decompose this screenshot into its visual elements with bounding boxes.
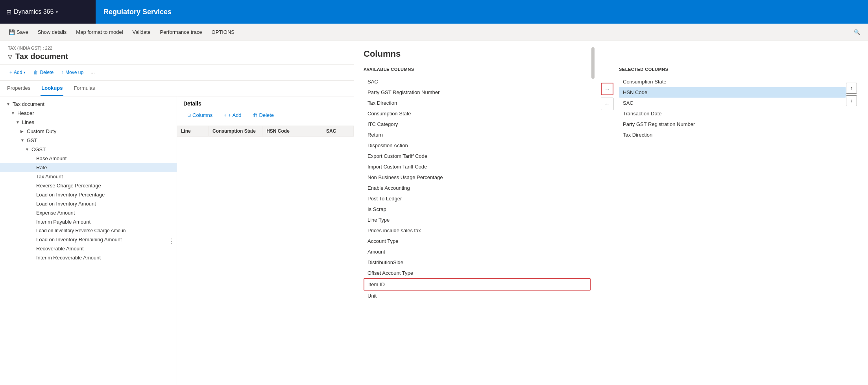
col-sel-consumption-state[interactable]: Consumption State [619, 76, 846, 87]
move-up-button[interactable]: ↑ Move up [58, 67, 87, 78]
col-item-sac-av[interactable]: SAC [364, 76, 591, 87]
tree-item-tax-document[interactable]: ▼ Tax document [0, 100, 177, 109]
col-item-import-tariff-av[interactable]: Import Custom Tariff Code [364, 161, 591, 172]
add-button[interactable]: + Add ▾ [6, 67, 29, 78]
tree-item-tax-amount[interactable]: Tax Amount [0, 172, 177, 181]
tree-label: Recoverable Amount [36, 246, 84, 252]
tree-item-interim-recoverable[interactable]: Interim Recoverable Amount [0, 253, 177, 262]
grid-header: Line Consumption State HSN Code SAC [177, 126, 354, 137]
tree-item-header[interactable]: ▼ Header [0, 109, 177, 118]
tabs-row: Properties Lookups Formulas [0, 81, 354, 96]
dynamics-brand[interactable]: ⊞ Dynamics 365 ▾ [0, 0, 96, 24]
save-button[interactable]: 💾 Save [5, 26, 32, 39]
col-item-itc-av[interactable]: ITC Category [364, 119, 591, 130]
search-icon[interactable]: 🔍 [851, 26, 863, 39]
tab-lookups[interactable]: Lookups [41, 81, 63, 96]
filter-icon[interactable]: ▽ [8, 54, 12, 60]
col-item-account-type-av[interactable]: Account Type [364, 236, 591, 246]
tree-item-interim-payable[interactable]: Interim Payable Amount [0, 217, 177, 226]
col-item-is-scrap-av[interactable]: Is Scrap [364, 204, 591, 215]
col-item-export-tariff-av[interactable]: Export Custom Tariff Code [364, 151, 591, 161]
col-item-label: Tax Direction [623, 132, 652, 138]
down-icon: ↓ [850, 98, 853, 104]
tree-item-base-amount[interactable]: Base Amount [0, 154, 177, 163]
tab-formulas[interactable]: Formulas [73, 81, 96, 96]
col-item-label: SAC [623, 100, 633, 106]
tree-item-load-inv-remaining[interactable]: Load on Inventory Remaining Amount [0, 235, 177, 244]
columns-button[interactable]: ⊞ Columns [183, 110, 216, 120]
validate-button[interactable]: Validate [129, 26, 155, 39]
col-item-consumption-state-av[interactable]: Consumption State [364, 108, 591, 119]
col-item-label: Party GST Registration Number [368, 89, 440, 95]
tree-item-expense-amount[interactable]: Expense Amount [0, 208, 177, 217]
col-item-label: Unit [368, 293, 377, 299]
col-line-label: Line [181, 128, 191, 134]
tree-item-load-inv-rc[interactable]: Load on Inventory Reverse Charge Amoun [0, 226, 177, 235]
tree-label: Expense Amount [36, 210, 75, 216]
col-item-return-av[interactable]: Return [364, 130, 591, 140]
col-hsn-label: HSN Code [266, 128, 290, 134]
map-format-button[interactable]: Map format to model [72, 26, 127, 39]
move-up-col-button[interactable]: ↑ [846, 83, 857, 94]
tree-item-gst[interactable]: ▼ GST [0, 136, 177, 145]
col-item-post-ledger-av[interactable]: Post To Ledger [364, 193, 591, 204]
move-down-col-button[interactable]: ↓ [846, 95, 857, 106]
col-item-label: Import Custom Tariff Code [368, 164, 427, 170]
col-item-party-gst-av[interactable]: Party GST Registration Number [364, 87, 591, 98]
move-up-icon: ↑ [61, 70, 64, 75]
col-sel-party-gst[interactable]: Party GST Registration Number [619, 119, 846, 130]
col-item-line-type-av[interactable]: Line Type [364, 215, 591, 225]
performance-trace-button[interactable]: Performance trace [156, 26, 206, 39]
col-item-label: Tax Direction [368, 100, 397, 106]
col-item-offset-account-av[interactable]: Offset Account Type [364, 268, 591, 278]
tree-label: Interim Payable Amount [36, 219, 90, 225]
tree-item-reverse-charge-pct[interactable]: Reverse Charge Percentage [0, 181, 177, 190]
col-sel-tax-direction[interactable]: Tax Direction [619, 130, 846, 140]
tree-item-lines[interactable]: ▼ Lines [0, 118, 177, 127]
col-item-amount-av[interactable]: Amount [364, 246, 591, 257]
tree-item-custom-duty[interactable]: ▶ Custom Duty [0, 127, 177, 136]
col-item-tax-direction-av[interactable]: Tax Direction [364, 98, 591, 108]
tree-label: Reverse Charge Percentage [36, 183, 101, 189]
columns-label: Columns [192, 112, 212, 118]
options-label: OPTIONS [212, 29, 235, 35]
tree-item-cgst[interactable]: ▼ CGST [0, 145, 177, 154]
transfer-left-button[interactable]: ← [601, 98, 613, 110]
tree-label: Load on Inventory Percentage [36, 192, 105, 198]
col-sel-hsn-code[interactable]: HSN Code [619, 87, 846, 98]
more-options-button[interactable]: ··· [88, 67, 97, 78]
panel-resize-handle[interactable]: ⋮ [166, 237, 176, 244]
tab-properties[interactable]: Properties [6, 81, 31, 96]
col-item-label: Amount [368, 249, 385, 255]
delete-button[interactable]: 🗑 Delete [30, 67, 57, 78]
col-sel-transaction-date[interactable]: Transaction Date [619, 108, 846, 119]
tree-item-load-inv-pct[interactable]: Load on Inventory Percentage [0, 190, 177, 199]
inner-add-button[interactable]: + + Add [220, 110, 245, 120]
brand-chevron-icon: ▾ [56, 10, 58, 14]
inner-delete-button[interactable]: 🗑 Delete [249, 110, 278, 120]
tree-label: Lines [22, 119, 34, 125]
tree-label: GST [27, 137, 37, 143]
col-item-prices-sales-av[interactable]: Prices include sales tax [364, 225, 591, 236]
show-details-button[interactable]: Show details [34, 26, 71, 39]
tree-label: Tax Amount [36, 174, 63, 180]
tree-item-load-inv-amount[interactable]: Load on Inventory Amount [0, 199, 177, 208]
col-item-disposition-av[interactable]: Disposition Action [364, 140, 591, 151]
col-sel-sac[interactable]: SAC [619, 98, 846, 108]
col-item-distribution-av[interactable]: DistributionSide [364, 257, 591, 268]
col-item-unit-av[interactable]: Unit [364, 291, 591, 301]
expand-icon: ▼ [16, 120, 20, 124]
available-columns-header: AVAILABLE COLUMNS [364, 67, 591, 73]
tab-lookups-label: Lookups [41, 85, 63, 91]
tree-label: Header [17, 110, 34, 116]
tree-item-rate[interactable]: Rate [0, 163, 177, 172]
col-item-non-business-av[interactable]: Non Business Usage Percentage [364, 172, 591, 183]
options-button[interactable]: OPTIONS [208, 26, 239, 39]
transfer-right-button[interactable]: → [601, 83, 613, 95]
selected-columns-header: SELECTED COLUMNS [619, 67, 846, 73]
tree-panel: ▼ Tax document ▼ Header ▼ Lines ▶ Custom… [0, 96, 177, 385]
col-item-item-id-av[interactable]: Item ID [364, 278, 591, 291]
tree-item-recoverable[interactable]: Recoverable Amount [0, 244, 177, 253]
inner-delete-icon: 🗑 [253, 112, 258, 118]
col-item-enable-accounting-av[interactable]: Enable Accounting [364, 183, 591, 193]
